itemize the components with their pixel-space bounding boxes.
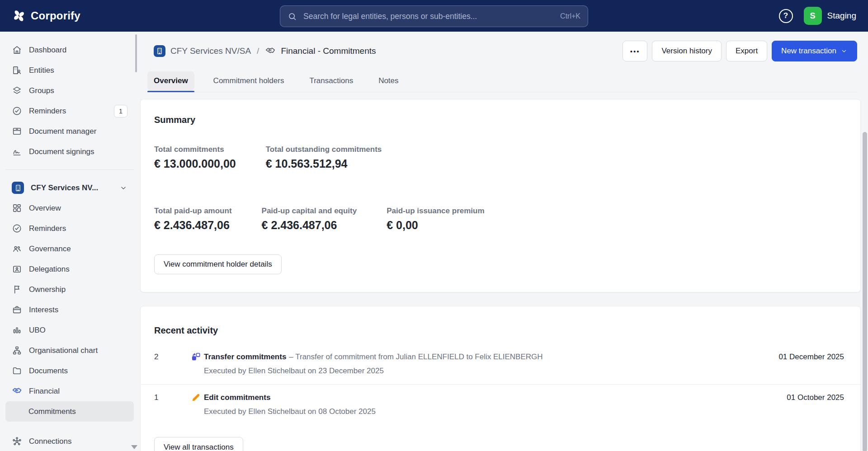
sidebar-item-label: UBO (29, 326, 46, 335)
sidebar-scrollbar-thumb[interactable] (135, 34, 137, 72)
sidebar-item-ownership[interactable]: Ownership (5, 279, 134, 300)
main-scrollbar-thumb[interactable] (863, 132, 867, 451)
breadcrumb-entity[interactable]: CFY Services NV/SA (170, 46, 251, 56)
check-circle-icon (12, 223, 22, 234)
app-shell: Dashboard Entities Groups Reminders 1 (0, 32, 868, 451)
sidebar-item-label: Entities (29, 66, 54, 75)
export-button[interactable]: Export (726, 41, 767, 61)
signature-icon (12, 146, 22, 157)
activity-line: Transfer commitments– Transfer of commit… (204, 352, 768, 363)
global-search[interactable]: Ctrl+K (280, 5, 588, 27)
sidebar-item-ubo[interactable]: UBO (5, 320, 134, 340)
view-all-transactions-button[interactable]: View all transactions (154, 437, 243, 451)
stat-value: € 10.563.512,94 (266, 157, 382, 170)
sidebar-item-label: Commitments (28, 407, 76, 416)
main-content: CFY Services NV/SA / Financial - Commitm… (139, 32, 868, 451)
activity-row-transfer[interactable]: 2 Transfer commitments– Transfer of comm… (141, 344, 860, 384)
activity-text: Edit commitments Executed by Ellen Stich… (204, 392, 787, 417)
sidebar-item-entities[interactable]: Entities (5, 60, 134, 80)
tab-commitment-holders[interactable]: Commitment holders (207, 71, 291, 90)
sidebar-item-document-manager[interactable]: Document manager (5, 121, 134, 141)
layers-icon (12, 85, 22, 96)
version-history-button[interactable]: Version history (652, 41, 722, 61)
new-transaction-label: New transaction (781, 47, 836, 56)
stat-label: Paid-up capital and equity (262, 207, 357, 216)
sidebar-item-label: Delegations (29, 265, 70, 274)
search-icon (288, 12, 297, 21)
stat-total-paid-up-amount: Total paid-up amount € 2.436.487,06 (154, 207, 232, 232)
org-chart-icon (12, 345, 22, 356)
summary-stats-row-1: Total commitments € 13.000.000,00 Total … (154, 145, 844, 170)
breadcrumb-page-title: Financial - Commitments (281, 46, 376, 56)
tab-overview[interactable]: Overview (147, 71, 194, 90)
grid-icon (12, 203, 22, 213)
flag-icon (12, 284, 22, 295)
sidebar-item-governance[interactable]: Governance (5, 239, 134, 259)
sidebar-item-organisational-chart[interactable]: Organisational chart (5, 340, 134, 361)
sidebar-item-label: Dashboard (29, 46, 66, 55)
app-window: Corporify Ctrl+K ? S Staging Dashboard (0, 0, 868, 451)
view-commitment-holder-details-button[interactable]: View commitment holder details (154, 254, 282, 274)
id-card-icon (12, 264, 22, 274)
summary-title: Summary (154, 115, 844, 125)
stat-paid-up-issuance-premium: Paid-up issuance premium € 0,00 (387, 207, 484, 232)
sidebar-item-groups[interactable]: Groups (5, 80, 134, 101)
stat-label: Total outstanding commitments (266, 145, 382, 154)
sidebar-item-label: Ownership (29, 285, 66, 294)
briefcase-icon (12, 305, 22, 315)
activity-index: 1 (154, 392, 191, 404)
chevron-down-icon (840, 47, 848, 55)
sidebar-global-nav: Dashboard Entities Groups Reminders 1 (0, 40, 139, 451)
building-person-icon (12, 65, 22, 75)
activity-line: Edit commitments (204, 392, 776, 404)
sidebar-item-interests[interactable]: Interests (5, 300, 134, 320)
corporify-logo-icon (12, 9, 26, 23)
search-input[interactable] (302, 11, 555, 22)
sidebar-item-label: Document manager (29, 127, 96, 136)
home-icon (12, 45, 22, 55)
summary-card: Summary Total commitments € 13.000.000,0… (140, 99, 861, 292)
sidebar-item-dashboard[interactable]: Dashboard (5, 40, 134, 60)
summary-stats-row-2: Total paid-up amount € 2.436.487,06 Paid… (154, 207, 844, 232)
sidebar-item-connections[interactable]: Connections (5, 431, 134, 451)
stat-value: € 0,00 (387, 219, 484, 232)
stat-paid-up-capital-and-equity: Paid-up capital and equity € 2.436.487,0… (262, 207, 357, 232)
sidebar-item-financial[interactable]: Financial (5, 381, 134, 401)
environment-switcher[interactable]: S Staging (804, 7, 856, 25)
sidebar-item-delegations[interactable]: Delegations (5, 259, 134, 279)
sidebar-entity-switcher[interactable]: CFY Services NV... (5, 178, 134, 198)
new-transaction-button[interactable]: New transaction (772, 41, 857, 61)
sidebar-item-commitments[interactable]: Commitments (5, 401, 134, 422)
brand-name: Corporify (31, 9, 80, 22)
tab-transactions[interactable]: Transactions (303, 71, 359, 90)
sidebar-item-documents[interactable]: Documents (5, 361, 134, 381)
sidebar-item-label: Documents (29, 366, 68, 376)
environment-avatar: S (804, 7, 822, 25)
sidebar-item-label: Connections (29, 437, 72, 446)
help-icon[interactable]: ? (779, 9, 793, 23)
sidebar-item-overview[interactable]: Overview (5, 198, 134, 218)
tab-notes[interactable]: Notes (372, 71, 405, 90)
activity-text: Transfer commitments– Transfer of commit… (204, 352, 778, 376)
activity-index: 2 (154, 352, 191, 363)
handshake-icon (265, 46, 276, 56)
page-header: CFY Services NV/SA / Financial - Commitm… (140, 32, 861, 61)
activity-title-text: Transfer commitments (204, 352, 286, 361)
sidebar-item-entity-reminders[interactable]: Reminders (5, 218, 134, 239)
more-actions-button[interactable]: ••• (623, 41, 648, 61)
stat-total-commitments: Total commitments € 13.000.000,00 (154, 145, 236, 170)
stat-label: Total commitments (154, 145, 236, 154)
reminders-count-badge: 1 (114, 105, 127, 117)
activity-title-text: Edit commitments (204, 393, 270, 402)
folder-icon (12, 366, 22, 376)
check-circle-icon (12, 106, 22, 116)
sidebar-scroll-down-arrow[interactable] (131, 445, 137, 449)
stat-value: € 2.436.487,06 (262, 219, 357, 232)
sidebar-item-reminders[interactable]: Reminders 1 (5, 101, 134, 121)
sidebar-item-document-signings[interactable]: Document signings (5, 141, 134, 162)
tab-bar: Overview Commitment holders Transactions… (147, 71, 857, 92)
recent-activity-title: Recent activity (154, 325, 844, 336)
activity-row-edit[interactable]: 1 Edit commitments Executed by Ellen Sti… (141, 385, 860, 425)
brand[interactable]: Corporify (12, 9, 80, 23)
sidebar-item-label: Groups (29, 86, 54, 95)
